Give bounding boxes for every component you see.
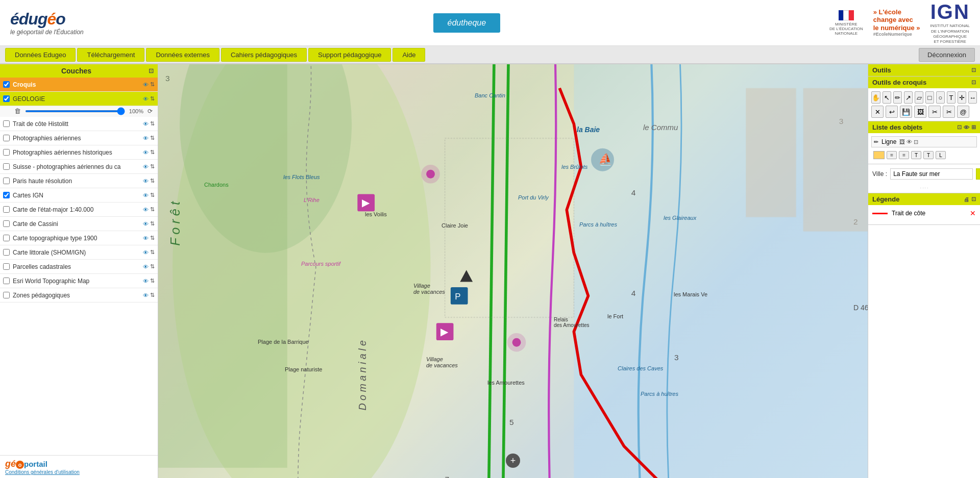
layer-trait-cote-checkbox[interactable] [3, 120, 10, 127]
layer-paris-eye[interactable]: 👁 [143, 178, 149, 184]
layer-paris-arrows[interactable]: ⇅ [150, 178, 155, 184]
geologie-recalc-icon[interactable]: ⟳ [148, 108, 153, 115]
layer-littorale-checkbox[interactable] [3, 249, 10, 256]
layer-etat-major-checkbox[interactable] [3, 206, 10, 213]
legende-expand-icon[interactable]: ⊡ [971, 196, 976, 203]
tool-pencil[interactable]: ✏ [893, 91, 902, 104]
outils-expand-icon[interactable]: ⊡ [971, 67, 976, 73]
nav-telechargement[interactable]: Téléchargement [77, 48, 144, 62]
objet-icon3[interactable]: ⊡ [914, 139, 918, 145]
tool-crosshair[interactable]: ✛ [958, 91, 966, 104]
objet-edit-pencil[interactable]: ✏ [874, 139, 878, 145]
couches-expand-icon[interactable]: ⊡ [149, 67, 154, 74]
layer-suisse-eye[interactable]: 👁 [143, 164, 149, 170]
tool-hand[interactable]: ✋ [871, 91, 880, 104]
tool-circle[interactable]: ○ [936, 91, 945, 104]
tool-parallelogram[interactable]: ▱ [915, 91, 923, 104]
tool-arrow[interactable]: ↗ [904, 91, 913, 104]
tool-cut1[interactable]: ✂ [928, 106, 941, 118]
layer-croquis-eye[interactable]: 👁 [143, 82, 149, 88]
nav-donnees-externes[interactable]: Données externes [146, 48, 219, 62]
layer-zones-peda-eye[interactable]: 👁 [143, 292, 149, 298]
objet-icon2[interactable]: 👁 [906, 139, 912, 145]
layer-croquis-checkbox[interactable] [3, 81, 10, 88]
liste-objets-icon3[interactable]: ⊞ [971, 124, 976, 131]
layer-zones-peda-checkbox[interactable] [3, 292, 10, 298]
layer-zones-peda-name: Zones pédagogiques [13, 292, 143, 299]
tool-select[interactable]: ↖ [883, 91, 891, 104]
deconnexion-button[interactable]: Déconnexion [919, 48, 975, 62]
layer-suisse-checkbox[interactable] [3, 163, 10, 170]
layer-parcelles-arrows[interactable]: ⇅ [150, 263, 155, 270]
legende-print-icon[interactable]: 🖨 [964, 196, 969, 203]
layer-photos-checkbox[interactable] [3, 135, 10, 141]
layer-littorale-arrows[interactable]: ⇅ [150, 249, 155, 256]
layer-topo-1900-eye[interactable]: 👁 [143, 235, 149, 241]
layer-trait-cote-eye[interactable]: 👁 [143, 121, 149, 127]
nav-cahiers-peda[interactable]: Cahiers pédagogiques [221, 48, 307, 62]
layer-topo-1900-arrows[interactable]: ⇅ [150, 235, 155, 241]
ville-input[interactable] [890, 168, 973, 180]
style-btn-eq1[interactable]: = [887, 151, 897, 159]
style-swatch-yellow[interactable] [873, 151, 885, 159]
layer-photos-hist-arrows[interactable]: ⇅ [150, 149, 155, 156]
nav-donnees-edugeo[interactable]: Données Edugeo [5, 48, 76, 62]
croquis-section: Outils de croquis ⊡ ✋ ↖ ✏ ↗ ▱ □ ○ T ✛ ↔ [868, 77, 980, 121]
layer-geologie-arrows[interactable]: ⇅ [150, 95, 155, 102]
conditions-link[interactable]: Conditions générales d'utilisation [5, 469, 153, 475]
style-btn-T1[interactable]: T [911, 151, 921, 159]
layer-croquis-arrows[interactable]: ⇅ [150, 81, 155, 88]
layer-etat-major-eye[interactable]: 👁 [143, 207, 149, 213]
layer-zones-peda-arrows[interactable]: ⇅ [150, 292, 155, 298]
layer-cassini-checkbox[interactable] [3, 220, 10, 227]
tool-undo[interactable]: ↩ [886, 106, 898, 118]
layer-cassini-arrows[interactable]: ⇅ [150, 220, 155, 227]
layer-suisse-arrows[interactable]: ⇅ [150, 163, 155, 170]
layer-esri-checkbox[interactable] [3, 278, 10, 284]
layer-geologie-eye[interactable]: 👁 [143, 96, 149, 102]
tool-text[interactable]: T [947, 91, 955, 104]
layer-etat-major-arrows[interactable]: ⇅ [150, 206, 155, 213]
legende-remove-trait-cote[interactable]: ✕ [970, 209, 976, 217]
map-area[interactable]: ⛵ ▶ ▶ P [158, 64, 868, 478]
style-btn-L[interactable]: L [936, 151, 946, 159]
liste-objets-icon2[interactable]: 👁 [964, 124, 969, 131]
layer-trait-cote-arrows[interactable]: ⇅ [150, 120, 155, 127]
layer-geologie-checkbox[interactable] [3, 95, 10, 102]
style-btn-T2[interactable]: T [923, 151, 934, 159]
layer-esri-eye[interactable]: 👁 [143, 278, 149, 284]
nav-support-peda[interactable]: Support pédagogique [308, 48, 391, 62]
layer-cassini-eye[interactable]: 👁 [143, 221, 149, 227]
objet-icon1[interactable]: 🖼 [899, 139, 905, 145]
geologie-opacity-slider[interactable] [25, 110, 125, 112]
croquis-expand-icon[interactable]: ⊡ [971, 79, 976, 86]
edutheque-button[interactable]: édutheque [433, 13, 501, 33]
style-btn-eq2[interactable]: = [899, 151, 909, 159]
tool-rectangle[interactable]: □ [925, 91, 934, 104]
tool-at[interactable]: @ [957, 106, 969, 118]
layer-parcelles-eye[interactable]: 👁 [143, 264, 149, 270]
tool-delete[interactable]: ✕ [871, 106, 884, 118]
tool-save[interactable]: 💾 [900, 106, 912, 118]
tool-load[interactable]: 🖼 [914, 106, 926, 118]
layer-parcelles-checkbox[interactable] [3, 263, 10, 270]
geologie-delete-icon[interactable]: 🗑 [14, 107, 21, 115]
layer-photos-arrows[interactable]: ⇅ [150, 135, 155, 141]
layer-topo-1900-checkbox[interactable] [3, 235, 10, 241]
layer-paris-checkbox[interactable] [3, 178, 10, 184]
nav-aide[interactable]: Aide [393, 48, 425, 62]
tool-move[interactable]: ↔ [968, 91, 977, 104]
layer-photos-hist-eye[interactable]: 👁 [143, 149, 149, 156]
layer-photos-hist-checkbox[interactable] [3, 149, 10, 156]
layer-photos-eye[interactable]: 👁 [143, 135, 149, 141]
layer-littorale-eye[interactable]: 👁 [143, 249, 149, 256]
layer-cartes-ign-eye[interactable]: 👁 [143, 192, 149, 198]
layer-cartes-ign-arrows[interactable]: ⇅ [150, 192, 155, 198]
layer-cartes-ign-checkbox[interactable] [3, 192, 10, 198]
map-zoom-button[interactable]: + [506, 454, 520, 468]
tool-cut2[interactable]: ✂ [943, 106, 955, 118]
header: édugéo le géoportail de l'Éducation édut… [0, 0, 980, 46]
ville-ok-button[interactable]: Ok [976, 168, 980, 180]
liste-objets-expand-icon[interactable]: ⊡ [957, 124, 962, 131]
layer-esri-arrows[interactable]: ⇅ [150, 278, 155, 284]
